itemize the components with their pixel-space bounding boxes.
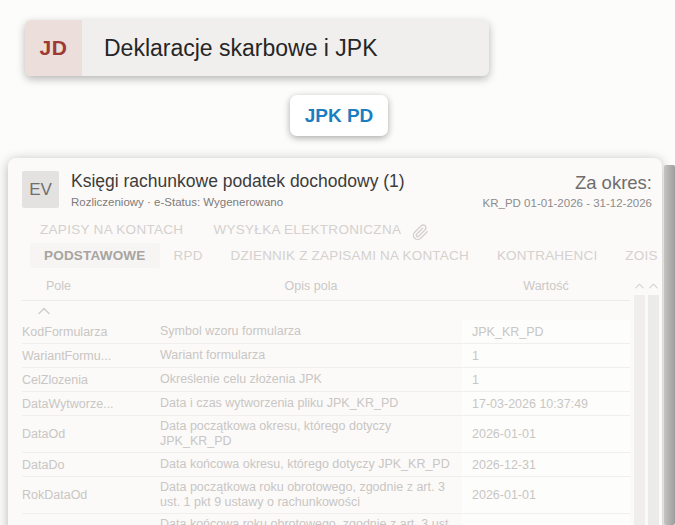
table-row[interactable]: WariantFormu... Wariant formularza 1 — [22, 344, 630, 368]
cell-field-description: Data i czas wytworzenia pliku JPK_KR_PD — [160, 393, 462, 414]
cell-field-name: KodFormularza — [22, 325, 160, 339]
cell-field-description: Symbol wzoru formularza — [160, 321, 462, 342]
paperclip-icon[interactable] — [412, 224, 429, 241]
panel-title: Księgi rachunkowe podatek dochodowy (1) — [71, 171, 483, 192]
ev-badge: EV — [22, 171, 59, 208]
period-block: Za okres: KR_PD 01-01-2026 - 31-12-2026 — [483, 171, 652, 209]
column-header-wartosc[interactable]: Wartość — [462, 279, 630, 293]
cell-field-description: Data początkowa okresu, którego dotyczy … — [160, 416, 462, 452]
cell-field-value: 17-03-2026 10:37:49 — [462, 392, 630, 415]
cell-field-name: DataOd — [22, 427, 160, 441]
cell-field-value: 2026-01-01 — [462, 416, 630, 452]
jpk-document-panel: EV Księgi rachunkowe podatek dochodowy (… — [8, 158, 662, 525]
inner-scrollbar-right[interactable] — [648, 278, 659, 525]
view-tab[interactable]: RPD — [160, 243, 217, 268]
app-initials-badge: JD — [25, 20, 82, 76]
panel-header: EV Księgi rachunkowe podatek dochodowy (… — [8, 158, 662, 215]
cell-field-name: WariantFormu... — [22, 349, 160, 363]
chevron-up-icon[interactable] — [648, 278, 659, 293]
table-row[interactable]: RokDataOd Data początkowa roku obrotoweg… — [22, 477, 630, 514]
cell-field-description: Data początkowa roku obrotowego, zgodnie… — [160, 477, 462, 513]
cell-field-value: 1 — [462, 368, 630, 391]
table-row[interactable]: CelZlozenia Określenie celu złożenia JPK… — [22, 368, 630, 392]
cell-field-value: JPK_KR_PD — [462, 320, 630, 343]
cell-field-value: 2026-12-31 — [462, 514, 630, 525]
cell-field-name: DataDo — [22, 458, 160, 472]
cell-field-description: Wariant formularza — [160, 345, 462, 366]
column-header-opis-pola[interactable]: Opis pola — [160, 279, 462, 293]
panel-subtitle: Rozliczeniowy · e-Status: Wygenerowano — [71, 196, 483, 208]
inner-scrollbar-left[interactable] — [634, 278, 645, 525]
cell-field-value: 2026-01-01 — [462, 477, 630, 513]
group-collapse-row[interactable] — [8, 301, 630, 320]
cell-field-name: RokDataOd — [22, 488, 160, 502]
cell-field-description: Data końcowa roku obrotowego, zgodnie z … — [160, 514, 462, 525]
app-header-bar: JD Deklaracje skarbowe i JPK — [25, 20, 489, 76]
property-table: Pole Opis pola Wartość KodFormularza Sym… — [8, 271, 630, 525]
toolbar-tab[interactable]: WYSYŁKA ELEKTRONICZNA — [213, 222, 401, 237]
period-value: KR_PD 01-01-2026 - 31-12-2026 — [483, 197, 652, 209]
chevron-up-icon — [38, 307, 50, 315]
toolbar-tab[interactable]: ZAPISY NA KONTACH — [40, 222, 183, 237]
window-scrollbar-thumb[interactable] — [664, 165, 675, 525]
panel-header-titles: Księgi rachunkowe podatek dochodowy (1) … — [71, 171, 483, 208]
view-tab[interactable]: PODSTAWOWE — [30, 243, 160, 268]
cell-field-name: DataWytworze... — [22, 397, 160, 411]
table-row[interactable]: DataWytworze... Data i czas wytworzenia … — [22, 392, 630, 416]
view-tab[interactable]: ZOIS — [611, 243, 662, 268]
toolbar-tabs: ZAPISY NA KONTACH WYSYŁKA ELEKTRONICZNA — [8, 217, 662, 241]
table-row[interactable]: RokDataDo Data końcowa roku obrotowego, … — [22, 514, 630, 525]
period-label: Za okres: — [483, 172, 652, 194]
table-row[interactable]: DataDo Data końcowa okresu, którego doty… — [22, 453, 630, 477]
scrollbar-track[interactable] — [634, 295, 645, 525]
view-tab[interactable]: KONTRAHENCI — [483, 243, 611, 268]
view-tabs: PODSTAWOWE RPD DZIENNIK Z ZAPISAMI NA KO… — [8, 242, 662, 269]
table-header-row: Pole Opis pola Wartość — [22, 271, 630, 301]
column-header-pole[interactable]: Pole — [22, 279, 160, 293]
scrollbar-track[interactable] — [648, 295, 659, 525]
cell-field-value: 1 — [462, 344, 630, 367]
jpk-pd-button[interactable]: JPK PD — [290, 95, 388, 136]
cell-field-value: 2026-12-31 — [462, 453, 630, 476]
table-row[interactable]: DataOd Data początkowa okresu, którego d… — [22, 416, 630, 453]
cell-field-description: Określenie celu złożenia JPK — [160, 369, 462, 390]
view-tab[interactable]: DZIENNIK Z ZAPISAMI NA KONTACH — [217, 243, 483, 268]
cell-field-description: Data końcowa okresu, którego dotyczy JPK… — [160, 454, 462, 475]
chevron-up-icon[interactable] — [634, 278, 645, 293]
table-body: KodFormularza Symbol wzoru formularza JP… — [8, 320, 630, 525]
cell-field-name: CelZlozenia — [22, 373, 160, 387]
app-title: Deklaracje skarbowe i JPK — [82, 20, 489, 76]
table-row[interactable]: KodFormularza Symbol wzoru formularza JP… — [22, 320, 630, 344]
